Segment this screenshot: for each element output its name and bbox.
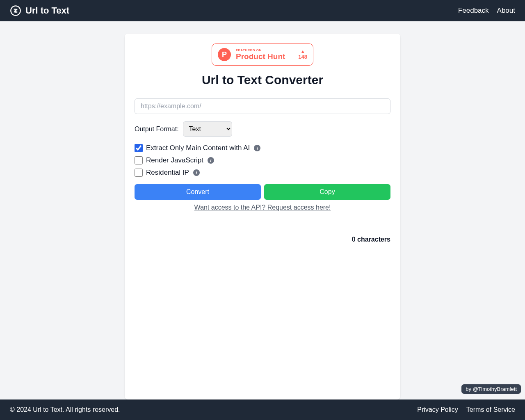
product-hunt-logo-icon: P [218,48,231,61]
extract-ai-label[interactable]: Extract Only Main Content with AI [146,144,250,152]
footer: © 2024 Url to Text. All rights reserved.… [0,399,525,420]
page-title: Url to Text Converter [135,73,390,87]
link-icon [10,5,21,16]
info-icon[interactable]: i [254,145,260,151]
product-hunt-title: Product Hunt [236,52,293,61]
extract-ai-row: Extract Only Main Content with AI i [135,144,390,152]
button-row: Convert Copy [135,184,390,200]
render-js-checkbox[interactable] [135,156,143,164]
convert-button[interactable]: Convert [135,184,261,200]
info-icon[interactable]: i [193,169,200,176]
privacy-link[interactable]: Privacy Policy [417,406,458,413]
checkbox-group: Extract Only Main Content with AI i Rend… [135,144,390,177]
format-select[interactable]: Text [183,121,232,137]
format-label: Output Format: [135,126,179,133]
header: Url to Text Feedback About [0,0,525,21]
api-access-link[interactable]: Want access to the API? Request access h… [135,204,390,211]
product-hunt-votes: ▲ 148 [298,49,307,60]
url-input[interactable] [135,98,390,114]
vote-count: 148 [298,54,307,60]
residential-ip-checkbox[interactable] [135,169,143,177]
header-left: Url to Text [10,5,69,16]
product-hunt-badge[interactable]: P FEATURED ON Product Hunt ▲ 148 [212,43,313,66]
header-nav: Feedback About [458,7,515,15]
footer-links: Privacy Policy Terms of Service [417,406,515,413]
product-hunt-featured: FEATURED ON [236,48,293,52]
product-hunt-wrapper: P FEATURED ON Product Hunt ▲ 148 [135,43,390,66]
extract-ai-checkbox[interactable] [135,144,143,152]
copy-button[interactable]: Copy [264,184,390,200]
copyright-text: © 2024 Url to Text. All rights reserved. [10,406,120,413]
product-hunt-text: FEATURED ON Product Hunt [236,48,293,61]
main-content: P FEATURED ON Product Hunt ▲ 148 Url to … [0,21,525,399]
app-title: Url to Text [25,5,69,16]
render-js-row: Render JavaScript i [135,156,390,164]
feedback-link[interactable]: Feedback [458,7,489,15]
residential-ip-row: Residential IP i [135,169,390,177]
upvote-icon: ▲ [301,49,305,54]
residential-ip-label[interactable]: Residential IP [146,169,189,177]
terms-link[interactable]: Terms of Service [466,406,515,413]
info-icon[interactable]: i [208,157,214,164]
character-count: 0 characters [135,236,390,243]
converter-card: P FEATURED ON Product Hunt ▲ 148 Url to … [125,34,400,399]
render-js-label[interactable]: Render JavaScript [146,156,203,164]
attribution-badge[interactable]: by @TimothyBramlett [461,384,521,394]
format-row: Output Format: Text [135,121,390,137]
about-link[interactable]: About [497,7,515,15]
